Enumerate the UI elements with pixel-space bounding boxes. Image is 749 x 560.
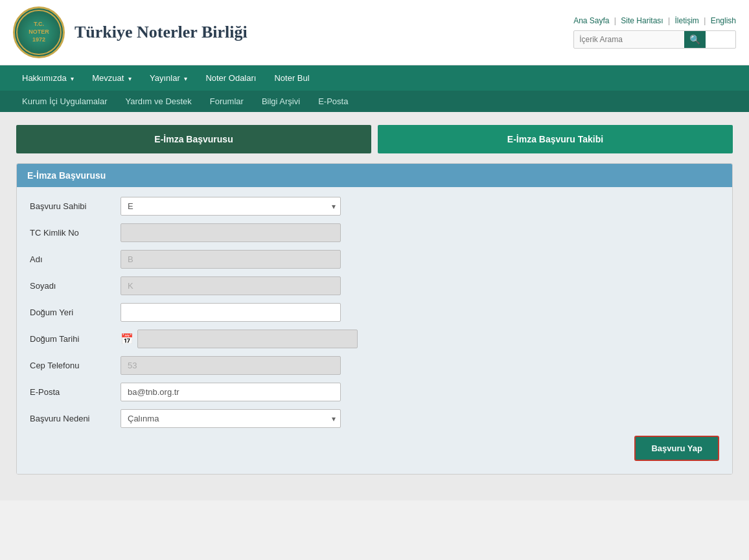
iletisim-link[interactable]: İletişim bbox=[674, 16, 698, 25]
row-dogum-tarihi: Doğum Tarihi 📅 bbox=[30, 330, 719, 348]
row-adi: Adı bbox=[30, 250, 719, 269]
chevron-down-icon: ▾ bbox=[128, 75, 132, 82]
logo-text: T.C.NOTER1972 bbox=[29, 21, 49, 43]
english-link[interactable]: English bbox=[711, 16, 736, 25]
chevron-down-icon: ▾ bbox=[184, 75, 187, 82]
nav-noter-bul[interactable]: Noter Bul bbox=[265, 65, 318, 91]
logo: T.C.NOTER1972 bbox=[13, 6, 65, 58]
nav-bilgi-arsivi[interactable]: Bilgi Arşivi bbox=[253, 91, 309, 112]
nav-kurum-ici[interactable]: Kurum İçi Uygulamalar bbox=[13, 91, 117, 112]
search-input[interactable] bbox=[574, 32, 684, 47]
header-right: Ana Sayfa | Site Haritası | İletişim | E… bbox=[573, 16, 736, 49]
site-haritasi-link[interactable]: Site Haritası bbox=[621, 16, 663, 25]
top-links: Ana Sayfa | Site Haritası | İletişim | E… bbox=[573, 16, 736, 25]
nav-yayinlar[interactable]: Yayınlar ▾ bbox=[141, 65, 196, 91]
basvuru-sahibi-select[interactable]: E bbox=[121, 197, 341, 216]
tc-kimlik-field[interactable] bbox=[121, 223, 341, 242]
label-tc-kimlik: TC Kimlik No bbox=[30, 228, 121, 238]
label-cep-telefonu: Cep Telefonu bbox=[30, 361, 121, 370]
nav-yardim[interactable]: Yardım ve Destek bbox=[117, 91, 201, 112]
form-card: E-İmza Başvurusu Başvuru Sahibi E ▾ TC K… bbox=[16, 163, 733, 475]
label-basvuru-nedeni: Başvuru Nedeni bbox=[30, 414, 121, 423]
input-adi bbox=[121, 250, 719, 269]
input-tc-kimlik bbox=[121, 223, 719, 242]
input-cep-telefonu bbox=[121, 356, 719, 375]
input-dogum-tarihi: 📅 bbox=[121, 330, 719, 348]
soyadi-field[interactable] bbox=[121, 276, 341, 295]
input-eposta bbox=[121, 383, 719, 401]
chevron-down-icon: ▾ bbox=[71, 75, 74, 82]
tab-buttons: E-İmza Başvurusu E-İmza Başvuru Takibi bbox=[16, 125, 733, 153]
select-wrapper-basvuru: E ▾ bbox=[121, 197, 341, 216]
input-soyadi bbox=[121, 276, 719, 295]
basvuru-nedeni-select[interactable]: Çalınma Kayıp Arıza Yenileme bbox=[121, 409, 341, 428]
row-soyadi: Soyadı bbox=[30, 276, 719, 295]
submit-button[interactable]: Başvuru Yap bbox=[634, 436, 719, 461]
cep-telefonu-field[interactable] bbox=[121, 356, 341, 375]
input-basvuru-sahibi: E ▾ bbox=[121, 197, 719, 216]
tab-eimza-takip[interactable]: E-İmza Başvuru Takibi bbox=[378, 125, 733, 153]
form-card-header: E-İmza Başvurusu bbox=[17, 164, 732, 187]
dogum-yeri-field[interactable]: ANKARA bbox=[121, 303, 341, 322]
label-soyadi: Soyadı bbox=[30, 281, 121, 291]
select-wrapper-neden: Çalınma Kayıp Arıza Yenileme ▾ bbox=[121, 409, 341, 428]
main-content: E-İmza Başvurusu E-İmza Başvuru Takibi E… bbox=[0, 112, 749, 500]
tab-eimza-basvuru[interactable]: E-İmza Başvurusu bbox=[16, 125, 371, 153]
calendar-icon[interactable]: 📅 bbox=[121, 333, 133, 345]
logo-area: T.C.NOTER1972 Türkiye Noterler Birliği bbox=[13, 6, 248, 58]
row-dogum-yeri: Doğum Yeri ANKARA bbox=[30, 303, 719, 322]
search-button[interactable]: 🔍 bbox=[684, 31, 706, 48]
ana-sayfa-link[interactable]: Ana Sayfa bbox=[573, 16, 609, 25]
input-dogum-yeri: ANKARA bbox=[121, 303, 719, 322]
label-eposta: E-Posta bbox=[30, 387, 121, 397]
input-basvuru-nedeni: Çalınma Kayıp Arıza Yenileme ▾ bbox=[121, 409, 719, 428]
date-row: 📅 bbox=[121, 330, 719, 348]
row-basvuru-nedeni: Başvuru Nedeni Çalınma Kayıp Arıza Yenil… bbox=[30, 409, 719, 428]
search-box: 🔍 bbox=[573, 30, 736, 49]
logo-inner: T.C.NOTER1972 bbox=[16, 10, 62, 55]
nav-primary: Hakkımızda ▾ Mevzuat ▾ Yayınlar ▾ Noter … bbox=[0, 65, 749, 91]
adi-field[interactable] bbox=[121, 250, 341, 269]
header: T.C.NOTER1972 Türkiye Noterler Birliği A… bbox=[0, 0, 749, 65]
row-eposta: E-Posta bbox=[30, 383, 719, 401]
dogum-tarihi-field[interactable] bbox=[137, 330, 358, 348]
nav-secondary: Kurum İçi Uygulamalar Yardım ve Destek F… bbox=[0, 91, 749, 112]
row-tc-kimlik: TC Kimlik No bbox=[30, 223, 719, 242]
nav-eposta[interactable]: E-Posta bbox=[309, 91, 357, 112]
nav-bar: Hakkımızda ▾ Mevzuat ▾ Yayınlar ▾ Noter … bbox=[0, 65, 749, 112]
label-adi: Adı bbox=[30, 254, 121, 264]
nav-mevzuat[interactable]: Mevzuat ▾ bbox=[83, 65, 141, 91]
eposta-field[interactable] bbox=[121, 383, 341, 401]
label-basvuru-sahibi: Başvuru Sahibi bbox=[30, 201, 121, 211]
row-basvuru-sahibi: Başvuru Sahibi E ▾ bbox=[30, 197, 719, 216]
nav-hakkimizda[interactable]: Hakkımızda ▾ bbox=[13, 65, 83, 91]
submit-row: Başvuru Yap bbox=[30, 436, 719, 461]
label-dogum-tarihi: Doğum Tarihi bbox=[30, 334, 121, 344]
nav-forumlar[interactable]: Forumlar bbox=[201, 91, 253, 112]
form-title: E-İmza Başvurusu bbox=[27, 170, 106, 181]
site-title: Türkiye Noterler Birliği bbox=[75, 23, 248, 42]
form-body: Başvuru Sahibi E ▾ TC Kimlik No bbox=[17, 187, 732, 474]
nav-noter-odalari[interactable]: Noter Odaları bbox=[196, 65, 265, 91]
label-dogum-yeri: Doğum Yeri bbox=[30, 308, 121, 317]
row-cep-telefonu: Cep Telefonu bbox=[30, 356, 719, 375]
